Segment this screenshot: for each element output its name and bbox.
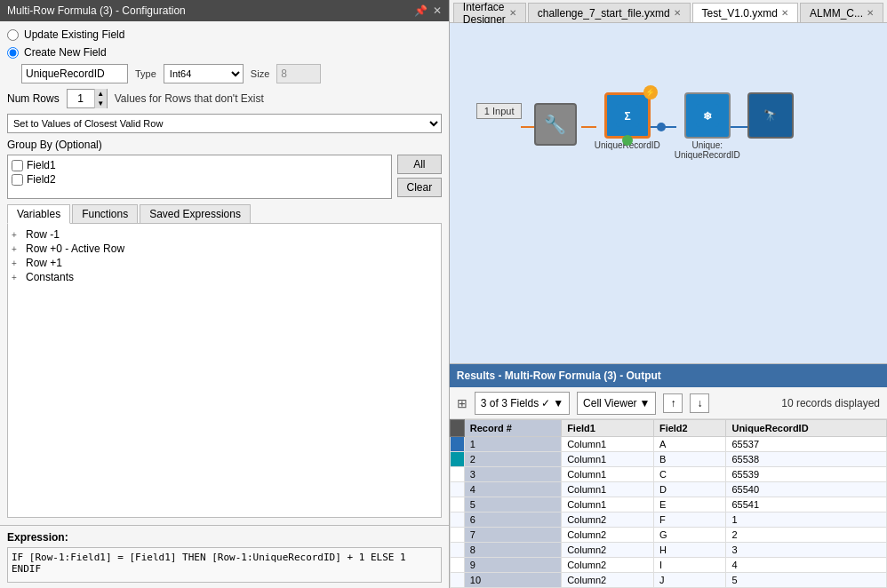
tab-test-v1[interactable]: Test_V1.0.yxmd ✕ xyxy=(692,3,798,22)
expression-text[interactable]: IF [Row-1:Field1] = [Field1] THEN [Row-1… xyxy=(7,547,442,583)
tab-almm[interactable]: ALMM_C... ✕ xyxy=(800,3,883,22)
canvas-area: 1 Input 🔧 Σ ⚡ UniqueRecordID xyxy=(450,23,887,363)
cell-unique: 5 xyxy=(726,573,887,588)
field-type-row: Type Int64 String Double Size xyxy=(21,64,442,83)
viewer-label: Cell Viewer xyxy=(583,397,636,409)
tree-label-active: Row +0 - Active Row xyxy=(26,242,124,255)
spinner-down[interactable]: ▼ xyxy=(94,99,107,108)
tree-icon-active: + xyxy=(12,244,22,254)
tab-interface-designer-close[interactable]: ✕ xyxy=(509,8,516,18)
update-radio[interactable] xyxy=(7,29,19,41)
svg-text:❄: ❄ xyxy=(703,110,712,123)
node-unique[interactable]: ❄ Unique:UniqueRecordID xyxy=(675,92,740,160)
missing-select[interactable]: Set to Values of Closest Valid Row xyxy=(7,114,442,133)
panel-body: Update Existing Field Create New Field T… xyxy=(0,21,449,525)
node-multirow[interactable]: Σ ⚡ UniqueRecordID xyxy=(595,92,660,150)
results-table: Record # Field1 Field2 UniqueRecordID 1C… xyxy=(450,419,887,588)
tab-challenge-close[interactable]: ✕ xyxy=(674,8,681,18)
tab-interface-designer-label: Interface Designer xyxy=(463,1,506,26)
size-input xyxy=(276,64,321,83)
tab-variables[interactable]: Variables xyxy=(7,204,70,224)
create-radio[interactable] xyxy=(7,47,19,59)
svg-text:Σ: Σ xyxy=(624,110,630,123)
cell-unique: 4 xyxy=(726,558,887,573)
table-row: 3Column1C65539 xyxy=(450,467,886,482)
cell-record: 3 xyxy=(464,467,561,482)
results-title: Results - Multi-Row Formula (3) - Output xyxy=(457,369,661,382)
tab-test-v1-close[interactable]: ✕ xyxy=(781,8,788,18)
cell-unique: 3 xyxy=(726,543,887,558)
size-label: Size xyxy=(251,68,269,79)
tab-challenge[interactable]: challenge_7_start_file.yxmd ✕ xyxy=(528,3,691,22)
panel-title: Multi-Row Formula (3) - Configuration xyxy=(7,4,186,17)
tree-row-active[interactable]: + Row +0 - Active Row xyxy=(12,242,437,256)
cell-field2: F xyxy=(653,513,726,528)
cell-field2: I xyxy=(653,558,726,573)
pin-icon[interactable]: 📌 xyxy=(414,4,428,17)
cell-field1: Column2 xyxy=(562,528,654,543)
num-rows-input[interactable] xyxy=(68,90,94,107)
tab-interface-designer[interactable]: Interface Designer ✕ xyxy=(453,3,526,22)
row-indicator xyxy=(450,452,464,467)
canvas-svg xyxy=(450,23,887,363)
tab-bar: Variables Functions Saved Expressions xyxy=(7,204,442,224)
tab-content-variables: + Row -1 + Row +0 - Active Row + Row +1 … xyxy=(7,224,442,518)
clear-button[interactable]: Clear xyxy=(397,178,442,197)
data-table: Record # Field1 Field2 UniqueRecordID 1C… xyxy=(450,419,887,588)
groupby-field2-check[interactable] xyxy=(12,174,23,186)
row-indicator xyxy=(450,497,464,513)
sort-desc-button[interactable]: ↓ xyxy=(690,393,709,413)
tree-constants[interactable]: + Constants xyxy=(12,270,437,284)
tab-functions[interactable]: Functions xyxy=(72,204,138,223)
viewer-dropdown-icon: ▼ xyxy=(640,397,651,409)
cell-record: 8 xyxy=(464,543,561,558)
node-input[interactable]: 1 Input xyxy=(476,103,523,119)
row-indicator xyxy=(450,543,464,558)
sort-asc-button[interactable]: ↑ xyxy=(663,393,683,413)
groupby-field1-check[interactable] xyxy=(12,160,23,171)
cell-record: 9 xyxy=(464,558,561,573)
groupby-section: Group By (Optional) Field1 Field2 All Cl… xyxy=(7,139,442,199)
node-wrench[interactable]: 🔧 xyxy=(534,103,577,146)
tree-label-minus1: Row -1 xyxy=(26,228,60,241)
cell-viewer-button[interactable]: Cell Viewer ▼ xyxy=(577,392,656,415)
type-select[interactable]: Int64 String Double xyxy=(164,64,244,83)
table-row: 5Column1E65541 xyxy=(450,497,886,513)
missing-label: Values for Rows that don't Exist xyxy=(115,92,264,105)
tab-almm-close[interactable]: ✕ xyxy=(867,8,874,18)
num-rows-label: Num Rows xyxy=(7,92,60,105)
results-toolbar: ⊞ 3 of 3 Fields ✓ ▼ Cell Viewer ▼ ↑ ↓ 10… xyxy=(450,387,887,419)
type-label: Type xyxy=(135,68,156,79)
cell-field2: H xyxy=(653,543,726,558)
binoculars-icon: 🔭 xyxy=(763,109,777,122)
fields-button[interactable]: 3 of 3 Fields ✓ ▼ xyxy=(475,392,570,415)
node-binoculars[interactable]: 🔭 xyxy=(747,92,794,139)
tab-saved-expressions[interactable]: Saved Expressions xyxy=(140,204,251,223)
th-field2[interactable]: Field2 xyxy=(653,420,726,437)
tree-label-constants: Constants xyxy=(26,271,74,283)
spinner-up[interactable]: ▲ xyxy=(94,89,107,99)
th-unique[interactable]: UniqueRecordID xyxy=(726,420,887,437)
update-label: Update Existing Field xyxy=(24,28,124,41)
groupby-body: Field1 Field2 All Clear xyxy=(7,155,442,199)
field-name-input[interactable] xyxy=(21,64,128,83)
row-indicator xyxy=(450,573,464,588)
th-field1[interactable]: Field1 xyxy=(562,420,654,437)
records-count: 10 records displayed xyxy=(781,397,880,409)
cell-field2: J xyxy=(653,573,726,588)
cell-field2: C xyxy=(653,467,726,482)
row-indicator xyxy=(450,558,464,573)
th-record[interactable]: Record # xyxy=(464,420,561,437)
all-button[interactable]: All xyxy=(397,155,442,174)
cell-field1: Column2 xyxy=(562,513,654,528)
tree-row-plus1[interactable]: + Row +1 xyxy=(12,256,437,270)
cell-field1: Column1 xyxy=(562,467,654,482)
close-icon[interactable]: ✕ xyxy=(433,4,442,17)
tree-row-minus1[interactable]: + Row -1 xyxy=(12,227,437,242)
table-row: 7Column2G2 xyxy=(450,528,886,543)
titlebar-icons: 📌 ✕ xyxy=(414,4,442,17)
spinner-btns: ▲ ▼ xyxy=(94,89,107,108)
create-radio-row: Create New Field xyxy=(7,46,442,59)
fields-label: 3 of 3 Fields xyxy=(481,397,539,409)
cell-field1: Column2 xyxy=(562,573,654,588)
